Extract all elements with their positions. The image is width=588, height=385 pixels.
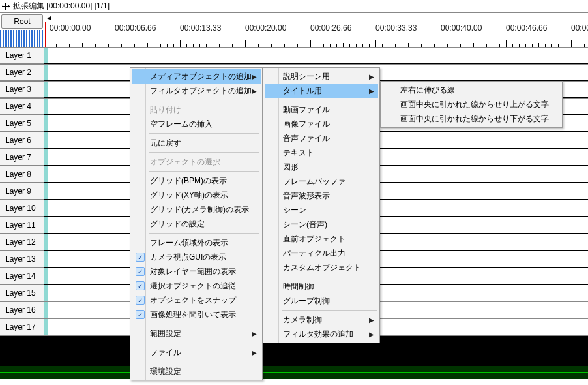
menu-item-label: グリッド(カメラ制御)の表示: [150, 204, 249, 215]
menu-item[interactable]: 音声波形表示: [265, 189, 378, 203]
layer-label[interactable]: Layer 6: [0, 132, 44, 149]
time-ruler[interactable]: 00:00:00.0000:00:06.6600:00:13.3300:00:2…: [44, 22, 588, 47]
menu-item[interactable]: シーン: [265, 203, 378, 217]
root-hash-area[interactable]: [0, 30, 44, 47]
playhead[interactable]: [45, 22, 46, 47]
layer-label[interactable]: Layer 3: [0, 82, 44, 98]
layer-label[interactable]: Layer 17: [0, 319, 44, 335]
submenu-arrow-icon: ▶: [252, 87, 257, 95]
menu-item[interactable]: カスタムオブジェクト: [265, 260, 378, 275]
layer-label[interactable]: Layer 5: [0, 116, 44, 132]
menu-item[interactable]: 画面中央に引かれた線からせり上がる文字: [382, 97, 561, 112]
menu-separator: [149, 133, 259, 134]
layer-label[interactable]: Layer 10: [0, 200, 44, 217]
menu-item[interactable]: グループ制御: [265, 294, 378, 308]
menu-item-label: グループ制御: [283, 296, 330, 307]
layer-label[interactable]: Layer 12: [0, 234, 44, 251]
menu-item-label: グリッド(BPM)の表示: [150, 176, 227, 187]
menu-item[interactable]: 範囲設定▶: [132, 326, 261, 341]
layer-label[interactable]: Layer 7: [0, 149, 44, 166]
submenu-arrow-icon: ▶: [252, 73, 257, 80]
menu-item[interactable]: フィルタオブジェクトの追加▶: [132, 84, 261, 98]
menu-item[interactable]: 環境設定: [132, 364, 261, 378]
menu-item[interactable]: 図形: [265, 160, 378, 174]
menu-item-label: 元に戻す: [150, 138, 181, 149]
menu-item-label: シーン(音声): [283, 219, 327, 230]
menu-item-label: 範囲設定: [150, 328, 181, 339]
menu-item[interactable]: フィルタ効果の追加▶: [265, 327, 378, 341]
menu-item-label: カメラ視点GUIの表示: [150, 252, 226, 263]
menu-item[interactable]: ファイル▶: [132, 345, 261, 360]
menu-item[interactable]: ✓選択オブジェクトの追従: [132, 279, 261, 293]
menu-item[interactable]: ✓画像処理を間引いて表示: [132, 307, 261, 322]
context-menu-main[interactable]: メディアオブジェクトの追加▶フィルタオブジェクトの追加▶貼り付け空フレームの挿入…: [130, 67, 263, 380]
menu-item-label: フレームバッファ: [283, 176, 345, 187]
ruler-label: 00:00:26.66: [310, 23, 351, 33]
title-bar: 拡張編集 [00:00:00.00] [1/1]: [0, 0, 588, 13]
layer-label[interactable]: Layer 9: [0, 183, 44, 200]
menu-item[interactable]: フレーム領域外の表示: [132, 236, 261, 250]
menu-item[interactable]: 画面中央に引かれた線からせり下がる文字: [382, 112, 561, 126]
menu-separator: [149, 100, 259, 100]
root-button[interactable]: Root: [1, 14, 43, 29]
menu-separator: [149, 343, 259, 343]
timeline-header: Root ◂ 00:00:00.0000:00:06.6600:00:13.33…: [0, 13, 588, 48]
layer-label[interactable]: Layer 11: [0, 217, 44, 234]
app-icon: [1, 2, 10, 11]
menu-item[interactable]: テキスト: [265, 146, 378, 160]
menu-item[interactable]: 説明シーン用▶: [265, 69, 378, 84]
menu-item[interactable]: グリッド(BPM)の表示: [132, 174, 261, 188]
layer-label[interactable]: Layer 4: [0, 99, 44, 115]
menu-item[interactable]: タイトル用▶: [265, 84, 378, 98]
menu-item-label: シーン: [283, 205, 306, 216]
menu-item[interactable]: フレームバッファ: [265, 174, 378, 189]
menu-item-label: タイトル用: [283, 85, 322, 97]
menu-item-label: 画面中央に引かれた線からせり下がる文字: [400, 114, 549, 125]
menu-item[interactable]: シーン(音声): [265, 217, 378, 232]
menu-item-label: パーティクル出力: [283, 248, 345, 259]
menu-item[interactable]: グリッド(カメラ制御)の表示: [132, 202, 261, 217]
submenu-title[interactable]: 左右に伸びる線画面中央に引かれた線からせり上がる文字画面中央に引かれた線からせり…: [380, 81, 563, 128]
menu-item[interactable]: 時間制御: [265, 279, 378, 294]
menu-item[interactable]: 空フレームの挿入: [132, 117, 261, 131]
menu-item-label: 説明シーン用: [283, 71, 330, 82]
menu-item-label: カスタムオブジェクト: [283, 262, 361, 273]
scroll-left-icon[interactable]: ◂: [44, 14, 53, 22]
menu-item[interactable]: ✓カメラ視点GUIの表示: [132, 250, 261, 264]
menu-item[interactable]: 画像ファイル: [265, 117, 378, 131]
menu-item[interactable]: 音声ファイル: [265, 131, 378, 146]
layer-track[interactable]: [44, 48, 588, 64]
menu-item[interactable]: グリッドの設定: [132, 217, 261, 231]
check-icon: ✓: [136, 253, 145, 262]
menu-separator: [282, 277, 377, 277]
layer-label[interactable]: Layer 8: [0, 166, 44, 183]
submenu-media-object[interactable]: 説明シーン用▶タイトル用▶動画ファイル画像ファイル音声ファイルテキスト図形フレー…: [263, 67, 380, 343]
layer-label[interactable]: Layer 13: [0, 251, 44, 268]
root-button-label: Root: [14, 17, 30, 26]
layer-label[interactable]: Layer 15: [0, 285, 44, 301]
menu-item-label: 画像ファイル: [283, 119, 330, 130]
menu-item-label: 貼り付け: [150, 104, 181, 116]
layer-label[interactable]: Layer 14: [0, 268, 44, 285]
menu-item-label: 図形: [283, 162, 299, 173]
menu-item-label: フレーム領域外の表示: [150, 238, 228, 249]
menu-item[interactable]: ✓対象レイヤー範囲の表示: [132, 264, 261, 279]
submenu-arrow-icon: ▶: [369, 73, 374, 80]
ruler-label: 00:00:46.66: [506, 23, 547, 33]
menu-separator: [282, 310, 377, 311]
menu-separator: [282, 100, 377, 100]
menu-item[interactable]: ✓オブジェクトをスナップ: [132, 293, 261, 307]
menu-item[interactable]: パーティクル出力: [265, 246, 378, 260]
menu-item-label: 時間制御: [283, 281, 314, 292]
menu-item[interactable]: カメラ制御▶: [265, 313, 378, 327]
layer-label[interactable]: Layer 16: [0, 302, 44, 318]
menu-item[interactable]: 左右に伸びる線: [382, 83, 561, 97]
menu-item[interactable]: 元に戻す: [132, 136, 261, 150]
layer-label[interactable]: Layer 1: [0, 48, 44, 64]
layer-label[interactable]: Layer 2: [0, 65, 44, 81]
menu-item[interactable]: メディアオブジェクトの追加▶: [132, 69, 261, 84]
menu-item[interactable]: グリッド(XY軸)の表示: [132, 188, 261, 202]
menu-item[interactable]: 直前オブジェクト: [265, 232, 378, 246]
menu-item-label: フィルタオブジェクトの追加: [150, 85, 252, 97]
menu-item[interactable]: 動画ファイル: [265, 102, 378, 117]
